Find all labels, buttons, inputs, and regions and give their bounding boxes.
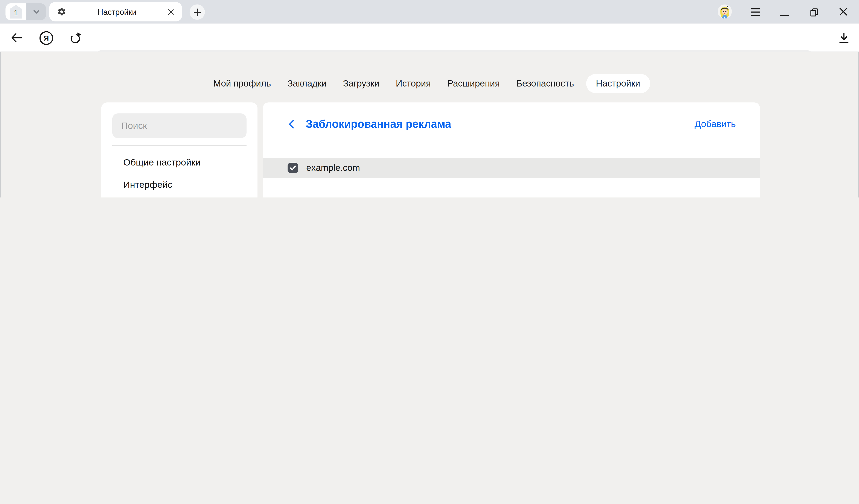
sidebar-list: Общие настройки Интерфейс Инструменты Са… [112, 151, 246, 198]
row-domain: example.com [306, 163, 360, 173]
avatar-image [718, 4, 732, 18]
profile-avatar[interactable] [718, 4, 732, 18]
nav-tab-security[interactable]: Безопасность [516, 74, 574, 93]
sidebar-item-tools[interactable]: Инструменты [112, 197, 246, 198]
settings-page: Мой профиль Закладки Загрузки История Ра… [0, 52, 859, 198]
row-checkbox[interactable] [288, 163, 298, 173]
panel-header: Заблокированная реклама Добавить [263, 102, 760, 146]
close-icon [839, 7, 848, 16]
nav-tab-downloads[interactable]: Загрузки [343, 74, 379, 93]
new-tab-button[interactable] [190, 4, 205, 19]
nav-tab-history[interactable]: История [396, 74, 431, 93]
browser-menu-button[interactable] [746, 0, 765, 24]
window-restore-button[interactable] [805, 0, 823, 24]
nav-tab-profile[interactable]: Мой профиль [213, 74, 271, 93]
chevron-left-icon [288, 119, 295, 129]
download-icon [837, 32, 850, 44]
window-close-button[interactable] [834, 0, 853, 24]
tab-count-badge: 1 [10, 5, 22, 19]
sidebar-item-general[interactable]: Общие настройки [112, 151, 246, 174]
gear-icon [57, 7, 66, 16]
restore-icon [809, 7, 819, 17]
browser-window: 1 Настройки [0, 0, 859, 198]
panel-back-button[interactable] [288, 119, 296, 129]
tab-count-value: 1 [14, 9, 18, 17]
tab-list-dropdown-button[interactable] [26, 3, 46, 20]
check-icon [289, 164, 297, 172]
settings-sidebar: Общие настройки Интерфейс Инструменты Са… [101, 102, 257, 198]
hamburger-icon [751, 8, 760, 16]
blocked-ads-list: example.com [263, 158, 760, 178]
window-minimize-button[interactable] [775, 0, 794, 24]
minimize-icon [780, 15, 789, 16]
nav-tab-extensions[interactable]: Расширения [447, 74, 500, 93]
tab-strip: 1 Настройки [0, 0, 859, 24]
sidebar-divider [112, 145, 246, 146]
browser-toolbar: Я Y settings Настройки [0, 24, 859, 52]
settings-nav-tabs: Мой профиль Закладки Загрузки История Ра… [1, 74, 858, 93]
tab-settings[interactable]: Настройки [49, 2, 182, 21]
blocked-ads-panel: Заблокированная реклама Добавить example… [263, 102, 760, 198]
chevron-down-icon [32, 8, 40, 16]
yandex-logo-icon: Я [40, 31, 53, 45]
refresh-icon [69, 31, 82, 45]
downloads-button[interactable] [836, 24, 851, 52]
search-input[interactable] [112, 113, 246, 138]
back-arrow-icon [10, 31, 23, 44]
sidebar-item-interface[interactable]: Интерфейс [112, 174, 246, 197]
tab-close-icon[interactable] [168, 9, 175, 15]
panel-title: Заблокированная реклама [305, 118, 694, 131]
tab-counter-control: 1 [5, 3, 46, 20]
tab-title: Настройки [66, 7, 168, 16]
panel-header-divider [288, 146, 736, 147]
yandex-home-button[interactable]: Я [39, 24, 54, 52]
reload-button[interactable] [68, 24, 83, 52]
add-button[interactable]: Добавить [694, 119, 736, 129]
nav-tab-settings[interactable]: Настройки [586, 74, 650, 93]
plus-icon [193, 8, 201, 16]
back-button[interactable] [9, 24, 24, 52]
list-item-example-com[interactable]: example.com [263, 158, 760, 178]
tab-counter-button[interactable]: 1 [5, 3, 26, 20]
nav-tab-bookmarks[interactable]: Закладки [287, 74, 327, 93]
